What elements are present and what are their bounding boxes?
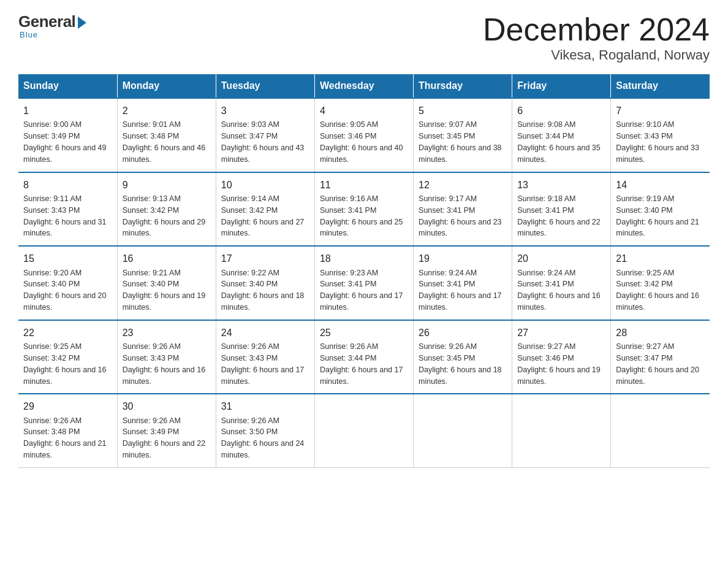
day-info: Sunrise: 9:26 AMSunset: 3:45 PMDaylight:… bbox=[419, 342, 502, 386]
day-info: Sunrise: 9:20 AMSunset: 3:40 PMDaylight:… bbox=[23, 269, 107, 312]
day-number: 27 bbox=[517, 326, 605, 340]
title-block: December 2024 Vikesa, Rogaland, Norway bbox=[483, 12, 710, 63]
calendar-row: 29 Sunrise: 9:26 AMSunset: 3:48 PMDaylig… bbox=[18, 394, 710, 467]
day-number: 14 bbox=[616, 178, 705, 192]
day-number: 20 bbox=[517, 251, 605, 266]
day-info: Sunrise: 9:26 AMSunset: 3:43 PMDaylight:… bbox=[123, 342, 206, 386]
day-info: Sunrise: 9:26 AMSunset: 3:43 PMDaylight:… bbox=[221, 342, 305, 386]
day-info: Sunrise: 9:26 AMSunset: 3:44 PMDaylight:… bbox=[320, 342, 403, 386]
calendar-row: 8 Sunrise: 9:11 AMSunset: 3:43 PMDayligh… bbox=[18, 172, 710, 247]
col-monday: Monday bbox=[117, 74, 216, 98]
calendar-cell: 29 Sunrise: 9:26 AMSunset: 3:48 PMDaylig… bbox=[18, 394, 117, 467]
day-number: 6 bbox=[517, 104, 605, 118]
calendar-cell bbox=[611, 394, 710, 467]
day-number: 13 bbox=[517, 178, 605, 192]
day-info: Sunrise: 9:21 AMSunset: 3:40 PMDaylight:… bbox=[123, 269, 206, 312]
logo: General Blue bbox=[18, 12, 86, 39]
calendar-cell: 11 Sunrise: 9:16 AMSunset: 3:41 PMDaylig… bbox=[314, 172, 413, 247]
day-info: Sunrise: 9:01 AMSunset: 3:48 PMDaylight:… bbox=[123, 120, 206, 164]
day-number: 1 bbox=[23, 104, 112, 118]
calendar-cell: 13 Sunrise: 9:18 AMSunset: 3:41 PMDaylig… bbox=[512, 172, 611, 247]
calendar-row: 22 Sunrise: 9:25 AMSunset: 3:42 PMDaylig… bbox=[18, 320, 710, 394]
day-number: 31 bbox=[221, 399, 309, 413]
day-number: 18 bbox=[320, 251, 408, 266]
calendar-cell: 15 Sunrise: 9:20 AMSunset: 3:40 PMDaylig… bbox=[18, 246, 117, 320]
day-info: Sunrise: 9:07 AMSunset: 3:45 PMDaylight:… bbox=[419, 120, 502, 164]
calendar-cell: 18 Sunrise: 9:23 AMSunset: 3:41 PMDaylig… bbox=[314, 246, 413, 320]
calendar-cell: 2 Sunrise: 9:01 AMSunset: 3:48 PMDayligh… bbox=[117, 98, 216, 172]
calendar-cell: 22 Sunrise: 9:25 AMSunset: 3:42 PMDaylig… bbox=[18, 320, 117, 394]
day-info: Sunrise: 9:24 AMSunset: 3:41 PMDaylight:… bbox=[419, 269, 502, 312]
day-info: Sunrise: 9:16 AMSunset: 3:41 PMDaylight:… bbox=[320, 194, 403, 238]
calendar-cell: 7 Sunrise: 9:10 AMSunset: 3:43 PMDayligh… bbox=[611, 98, 710, 172]
day-number: 7 bbox=[616, 104, 705, 118]
day-number: 26 bbox=[419, 326, 507, 340]
day-number: 5 bbox=[419, 104, 507, 118]
day-info: Sunrise: 9:26 AMSunset: 3:48 PMDaylight:… bbox=[23, 416, 107, 460]
day-info: Sunrise: 9:26 AMSunset: 3:50 PMDaylight:… bbox=[221, 416, 305, 460]
location-title: Vikesa, Rogaland, Norway bbox=[483, 47, 710, 63]
day-number: 24 bbox=[221, 326, 309, 340]
day-number: 19 bbox=[419, 251, 507, 266]
calendar-cell: 9 Sunrise: 9:13 AMSunset: 3:42 PMDayligh… bbox=[117, 172, 216, 247]
calendar-cell bbox=[414, 394, 512, 467]
day-info: Sunrise: 9:13 AMSunset: 3:42 PMDaylight:… bbox=[123, 194, 206, 238]
calendar-cell: 26 Sunrise: 9:26 AMSunset: 3:45 PMDaylig… bbox=[414, 320, 512, 394]
calendar-cell: 12 Sunrise: 9:17 AMSunset: 3:41 PMDaylig… bbox=[414, 172, 512, 247]
day-info: Sunrise: 9:18 AMSunset: 3:41 PMDaylight:… bbox=[517, 194, 601, 238]
col-sunday: Sunday bbox=[18, 74, 117, 98]
col-saturday: Saturday bbox=[611, 74, 710, 98]
col-friday: Friday bbox=[512, 74, 611, 98]
day-number: 30 bbox=[123, 399, 211, 413]
logo-triangle-icon bbox=[78, 17, 86, 29]
page-header: General Blue December 2024 Vikesa, Rogal… bbox=[18, 12, 710, 63]
col-thursday: Thursday bbox=[414, 74, 512, 98]
day-info: Sunrise: 9:27 AMSunset: 3:46 PMDaylight:… bbox=[517, 342, 601, 386]
day-number: 3 bbox=[221, 104, 309, 118]
day-info: Sunrise: 9:22 AMSunset: 3:40 PMDaylight:… bbox=[221, 269, 305, 312]
day-number: 23 bbox=[123, 326, 211, 340]
day-number: 15 bbox=[23, 251, 112, 266]
calendar-cell: 5 Sunrise: 9:07 AMSunset: 3:45 PMDayligh… bbox=[414, 98, 512, 172]
calendar-cell: 10 Sunrise: 9:14 AMSunset: 3:42 PMDaylig… bbox=[216, 172, 314, 247]
calendar-cell: 21 Sunrise: 9:25 AMSunset: 3:42 PMDaylig… bbox=[611, 246, 710, 320]
calendar-cell bbox=[314, 394, 413, 467]
calendar-cell: 3 Sunrise: 9:03 AMSunset: 3:47 PMDayligh… bbox=[216, 98, 314, 172]
calendar-cell: 28 Sunrise: 9:27 AMSunset: 3:47 PMDaylig… bbox=[611, 320, 710, 394]
day-number: 25 bbox=[320, 326, 408, 340]
calendar-cell: 19 Sunrise: 9:24 AMSunset: 3:41 PMDaylig… bbox=[414, 246, 512, 320]
month-title: December 2024 bbox=[483, 12, 710, 47]
day-number: 21 bbox=[616, 251, 705, 266]
day-info: Sunrise: 9:14 AMSunset: 3:42 PMDaylight:… bbox=[221, 194, 305, 238]
calendar-cell: 27 Sunrise: 9:27 AMSunset: 3:46 PMDaylig… bbox=[512, 320, 611, 394]
day-info: Sunrise: 9:25 AMSunset: 3:42 PMDaylight:… bbox=[23, 342, 107, 386]
calendar-cell: 16 Sunrise: 9:21 AMSunset: 3:40 PMDaylig… bbox=[117, 246, 216, 320]
day-info: Sunrise: 9:05 AMSunset: 3:46 PMDaylight:… bbox=[320, 120, 403, 164]
calendar-row: 1 Sunrise: 9:00 AMSunset: 3:49 PMDayligh… bbox=[18, 98, 710, 172]
day-number: 10 bbox=[221, 178, 309, 192]
day-number: 22 bbox=[23, 326, 112, 340]
col-wednesday: Wednesday bbox=[314, 74, 413, 98]
day-number: 8 bbox=[23, 178, 112, 192]
calendar-cell: 8 Sunrise: 9:11 AMSunset: 3:43 PMDayligh… bbox=[18, 172, 117, 247]
logo-blue-text: Blue bbox=[20, 30, 38, 39]
day-number: 4 bbox=[320, 104, 408, 118]
day-number: 12 bbox=[419, 178, 507, 192]
logo-general-text: General bbox=[18, 12, 75, 31]
calendar-cell: 24 Sunrise: 9:26 AMSunset: 3:43 PMDaylig… bbox=[216, 320, 314, 394]
day-number: 28 bbox=[616, 326, 705, 340]
day-info: Sunrise: 9:24 AMSunset: 3:41 PMDaylight:… bbox=[517, 269, 601, 312]
calendar-cell: 30 Sunrise: 9:26 AMSunset: 3:49 PMDaylig… bbox=[117, 394, 216, 467]
day-info: Sunrise: 9:08 AMSunset: 3:44 PMDaylight:… bbox=[517, 120, 601, 164]
day-info: Sunrise: 9:17 AMSunset: 3:41 PMDaylight:… bbox=[419, 194, 502, 238]
day-number: 11 bbox=[320, 178, 408, 192]
day-info: Sunrise: 9:00 AMSunset: 3:49 PMDaylight:… bbox=[23, 120, 107, 164]
day-number: 29 bbox=[23, 399, 112, 413]
day-number: 17 bbox=[221, 251, 309, 266]
day-info: Sunrise: 9:10 AMSunset: 3:43 PMDaylight:… bbox=[616, 120, 699, 164]
day-info: Sunrise: 9:25 AMSunset: 3:42 PMDaylight:… bbox=[616, 269, 699, 312]
day-number: 9 bbox=[123, 178, 211, 192]
calendar-cell: 31 Sunrise: 9:26 AMSunset: 3:50 PMDaylig… bbox=[216, 394, 314, 467]
day-info: Sunrise: 9:26 AMSunset: 3:49 PMDaylight:… bbox=[123, 416, 206, 460]
day-info: Sunrise: 9:19 AMSunset: 3:40 PMDaylight:… bbox=[616, 194, 699, 238]
